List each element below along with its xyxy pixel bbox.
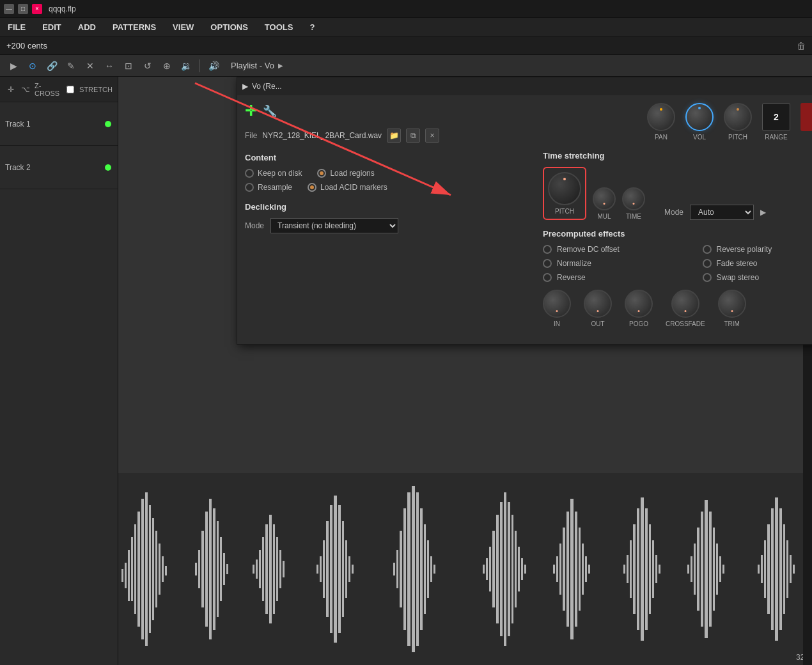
menu-bar: FILE EDIT ADD PATTERNS VIEW OPTIONS TOOL… — [0, 18, 812, 37]
file-label: File — [245, 131, 257, 140]
ts-time-knob[interactable] — [622, 187, 645, 210]
menu-options[interactable]: OPTIONS — [208, 21, 251, 33]
trash-icon[interactable]: 🗑 — [797, 41, 806, 51]
svg-rect-73 — [559, 544, 561, 595]
out-knob[interactable] — [584, 290, 612, 318]
svg-rect-60 — [489, 547, 491, 591]
svg-rect-81 — [588, 565, 590, 574]
ts-mul-label: MUL — [597, 213, 611, 220]
pogo-knob[interactable] — [625, 290, 653, 318]
pe-item-reverse-polarity[interactable]: Reverse polarity — [703, 245, 813, 254]
resize-button[interactable]: ↔ — [101, 58, 118, 74]
pe-item-swap-stereo[interactable]: Swap stereo — [703, 273, 813, 282]
file-clear-button[interactable]: × — [425, 129, 439, 143]
close-button[interactable]: × — [32, 4, 42, 14]
vol-knob[interactable] — [685, 103, 714, 131]
menu-help[interactable]: ? — [307, 21, 317, 33]
route-button[interactable]: ⌥ — [20, 83, 31, 96]
mode-select[interactable]: Transient (no bleeding) — [270, 218, 398, 233]
ts-mul-knob[interactable] — [593, 187, 616, 210]
menu-patterns[interactable]: PATTERNS — [110, 21, 159, 33]
svg-rect-34 — [283, 561, 285, 577]
svg-rect-96 — [697, 528, 699, 611]
svg-rect-26 — [256, 559, 258, 579]
menu-edit[interactable]: EDIT — [40, 21, 64, 33]
pogo-knob-container: POGO — [625, 290, 653, 327]
in-knob-container: IN — [543, 290, 571, 327]
loop-button[interactable]: ↺ — [139, 58, 156, 74]
svg-rect-22 — [220, 537, 222, 601]
pencil-button[interactable]: ✎ — [63, 58, 79, 74]
pe-item-fade-stereo[interactable]: Fade stereo — [703, 259, 813, 268]
z-cross-checkbox[interactable] — [66, 86, 74, 93]
file-save-button[interactable]: ⧉ — [406, 129, 420, 143]
svg-rect-91 — [655, 555, 657, 583]
in-label: IN — [554, 320, 560, 327]
speaker2-button[interactable]: 🔊 — [205, 58, 222, 74]
svg-rect-77 — [575, 512, 577, 627]
pe-item-normalize[interactable]: Normalize — [543, 259, 692, 268]
pitch-top-knob[interactable] — [724, 103, 752, 131]
svg-rect-83 — [627, 555, 629, 583]
svg-rect-14 — [165, 566, 167, 575]
radio-keep-on-disk[interactable]: Keep on disk — [245, 169, 302, 178]
svg-rect-9 — [149, 505, 151, 633]
radio-load-regions[interactable]: Load regions — [317, 169, 374, 178]
svg-rect-63 — [500, 502, 503, 636]
svg-rect-21 — [217, 521, 219, 617]
minimize-button[interactable]: — — [4, 4, 14, 14]
pe-radio-normalize — [543, 259, 552, 268]
svg-rect-49 — [403, 508, 406, 630]
radio-text-4: Load ACID markers — [320, 183, 387, 192]
pe-item-reverse[interactable]: Reverse — [543, 273, 692, 282]
range-display[interactable]: 2 — [762, 103, 790, 131]
ts-pitch-knob[interactable] — [548, 172, 581, 205]
menu-add[interactable]: ADD — [75, 21, 98, 33]
svg-rect-88 — [645, 508, 648, 630]
svg-rect-104 — [758, 565, 760, 574]
svg-rect-48 — [400, 531, 402, 607]
svg-rect-102 — [719, 556, 721, 582]
vol-knob-container: VOL — [685, 103, 714, 141]
play-button[interactable]: ▶ — [5, 58, 22, 74]
select-button[interactable]: ⊡ — [120, 58, 137, 74]
link-button[interactable]: 🔗 — [43, 58, 60, 74]
pe-label-reverse: Reverse — [557, 273, 586, 282]
svg-rect-50 — [407, 492, 410, 646]
svg-rect-66 — [511, 515, 513, 623]
crosshair-button[interactable]: ✛ — [5, 83, 16, 96]
menu-file[interactable]: FILE — [5, 21, 28, 33]
track-dot-2 — [105, 164, 111, 171]
svg-rect-101 — [716, 544, 718, 595]
in-knob[interactable] — [543, 290, 571, 318]
trim-knob[interactable] — [718, 290, 746, 318]
speaker-button[interactable]: 🔉 — [178, 58, 194, 74]
zoom-button[interactable]: ⊕ — [159, 58, 175, 74]
file-row: File NYR2_128_KIEL_2BAR_Card.wav 📁 ⧉ × — [245, 129, 533, 143]
track-display[interactable]: --- — [800, 103, 812, 131]
radio-resample[interactable]: Resample — [245, 183, 292, 192]
menu-view[interactable]: VIEW — [170, 21, 196, 33]
magnet-button[interactable]: ⊙ — [24, 58, 41, 74]
dialog-arrow-icon: ▶ — [242, 82, 248, 91]
left-panel: ✛ ⌥ Z-CROSS STRETCH Track 1 Track 2 — [0, 77, 118, 665]
pe-grid: Remove DC offset Reverse polarity Normal… — [543, 245, 812, 282]
ts-header: Time stretching — [543, 151, 812, 160]
crossfade-knob[interactable] — [671, 290, 699, 318]
svg-rect-72 — [556, 556, 558, 582]
ts-mode-select[interactable]: Auto — [690, 205, 754, 220]
mute-button[interactable]: ✕ — [82, 58, 98, 74]
restore-button[interactable]: □ — [18, 4, 28, 14]
ts-mul-knob-dot — [604, 203, 605, 205]
waveform-svg: 32 — [118, 473, 812, 665]
track-item-2: Track 2 — [0, 146, 118, 189]
pe-item-dc-offset[interactable]: Remove DC offset — [543, 245, 692, 254]
file-browse-button[interactable]: 📁 — [387, 129, 401, 143]
pan-knob[interactable] — [647, 103, 675, 131]
menu-tools[interactable]: TOOLS — [262, 21, 296, 33]
svg-rect-85 — [633, 524, 636, 614]
svg-rect-11 — [155, 531, 157, 607]
radio-load-acid[interactable]: Load ACID markers — [308, 183, 387, 192]
svg-rect-38 — [326, 521, 329, 617]
dialog-title: ▶ Vo (Re... — [242, 82, 282, 91]
